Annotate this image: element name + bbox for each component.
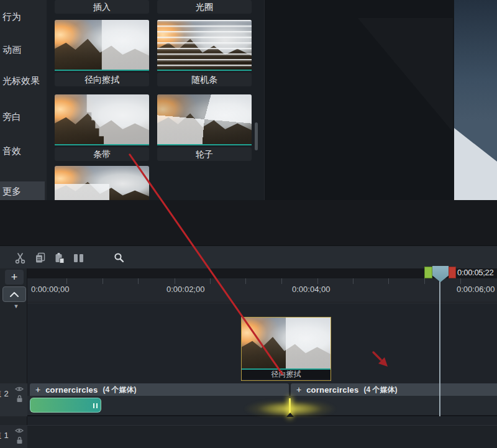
zoom-tool-button[interactable] bbox=[112, 250, 127, 265]
group-expand-plus[interactable]: + bbox=[35, 385, 40, 395]
preview-canvas[interactable] bbox=[264, 0, 497, 200]
track2-content bbox=[27, 396, 497, 416]
split-button[interactable] bbox=[71, 250, 86, 265]
ruler-tick bbox=[281, 278, 282, 284]
magnifier-icon bbox=[114, 252, 125, 263]
transition-card-iris[interactable]: 光圈 bbox=[157, 0, 252, 14]
red-arrowhead-icon bbox=[369, 348, 394, 370]
ruler-tick bbox=[138, 278, 139, 284]
group-name: cornercircles bbox=[45, 385, 98, 395]
add-track-button[interactable]: + bbox=[5, 270, 24, 285]
ruler-tick bbox=[388, 278, 389, 284]
time-ruler[interactable]: 0:00:00;00 0:00:02;00 0:00:04;00 0:00:06… bbox=[27, 278, 497, 303]
paste-icon bbox=[54, 252, 65, 263]
ruler-label-4s: 0:00:04;00 bbox=[292, 285, 330, 294]
strips-preview bbox=[55, 94, 149, 144]
sidebar-item-voice-narration[interactable]: 旁白 bbox=[0, 109, 47, 124]
wheel-preview bbox=[157, 94, 252, 144]
track2-label: 道 2 bbox=[0, 388, 10, 400]
collapse-tracks-button[interactable] bbox=[2, 286, 26, 302]
effects-sidebar: 行为 动画 光标效果 旁白 音效 更多 bbox=[0, 0, 47, 201]
ruler-tick bbox=[175, 278, 175, 284]
dragged-transition-clip[interactable]: 径向擦拭 bbox=[241, 317, 331, 381]
transition-thumb-strips[interactable] bbox=[55, 94, 149, 145]
radial-wipe-preview bbox=[55, 20, 149, 70]
lock-icon bbox=[16, 436, 23, 444]
eye-icon bbox=[15, 386, 24, 392]
track2-lock-toggle[interactable] bbox=[16, 395, 23, 403]
media-group-1[interactable]: + cornercircles (4 个媒体) bbox=[30, 383, 289, 396]
ruler-tick bbox=[460, 278, 461, 284]
clip-handle-marks-icon bbox=[93, 403, 98, 408]
group-media-count: (4 个媒体) bbox=[363, 385, 397, 395]
transition-thumb-partial[interactable] bbox=[55, 166, 149, 201]
ghost-clip-label: 径向擦拭 bbox=[242, 370, 331, 379]
eye-icon bbox=[15, 427, 24, 434]
lock-icon bbox=[16, 395, 23, 403]
ruler-tick bbox=[66, 278, 67, 284]
track1-lock-toggle[interactable] bbox=[16, 436, 23, 444]
inset-preview bbox=[55, 166, 149, 201]
ruler-label-0s: 0:00:00;00 bbox=[31, 285, 69, 294]
ruler-label-2s: 0:00:02;00 bbox=[166, 285, 204, 294]
expand-tracks-button[interactable]: ▼ bbox=[12, 303, 20, 309]
timeline-clip-green[interactable] bbox=[30, 398, 101, 413]
copy-button[interactable] bbox=[33, 250, 48, 265]
transition-card-radial-wipe[interactable]: 径向擦拭 bbox=[55, 73, 149, 86]
group-media-count: (4 个媒体) bbox=[103, 385, 136, 395]
group-expand-plus[interactable]: + bbox=[296, 385, 301, 395]
ruler-tick bbox=[317, 278, 318, 284]
ruler-tick bbox=[103, 278, 103, 284]
ruler-tick bbox=[424, 278, 425, 284]
canvas-shape-white-triangle bbox=[454, 0, 497, 200]
ruler-tick bbox=[245, 278, 246, 284]
track1-visibility-toggle[interactable] bbox=[15, 427, 24, 434]
random-bars-preview bbox=[157, 20, 252, 70]
ruler-tick bbox=[210, 278, 211, 284]
track-gutter: + ▼ 道 2 道 1 bbox=[0, 268, 27, 448]
playhead-stem[interactable] bbox=[439, 281, 440, 416]
playhead-in-handle[interactable] bbox=[424, 267, 432, 278]
track2-visibility-toggle[interactable] bbox=[15, 386, 24, 392]
ruler-tick bbox=[353, 278, 353, 284]
canvas-shape-blue bbox=[454, 0, 497, 200]
current-time-readout: 0:00:05;22 bbox=[457, 268, 497, 277]
track1-header: 道 1 bbox=[0, 425, 27, 448]
panel-scrollbar[interactable] bbox=[255, 122, 258, 150]
track1-content bbox=[27, 425, 497, 448]
playhead-out-handle[interactable] bbox=[449, 267, 456, 278]
transition-card-wheel[interactable]: 轮子 bbox=[157, 147, 252, 161]
ghost-thumb bbox=[242, 318, 331, 370]
transition-thumb-random-bars[interactable] bbox=[157, 20, 252, 71]
sidebar-item-animations[interactable]: 动画 bbox=[0, 42, 47, 57]
track1-label: 道 1 bbox=[0, 430, 10, 441]
scissors-icon bbox=[14, 252, 26, 264]
paste-button[interactable] bbox=[52, 250, 67, 265]
transition-card-random-bars[interactable]: 随机条 bbox=[157, 73, 252, 86]
cut-button[interactable] bbox=[12, 250, 27, 265]
copy-icon bbox=[35, 252, 46, 263]
media-group-2[interactable]: + cornercircles (4 个媒体) bbox=[291, 383, 497, 396]
sidebar-item-cursor-effects[interactable]: 光标效果 bbox=[0, 73, 47, 88]
chevron-up-icon bbox=[10, 292, 19, 297]
sidebar-item-audio-effects[interactable]: 音效 bbox=[0, 144, 47, 158]
sidebar-item-behaviors[interactable]: 行为 bbox=[0, 9, 47, 24]
timeline-toolbar: – + bbox=[0, 245, 497, 268]
sidebar-item-more[interactable]: 更多 bbox=[0, 181, 45, 201]
transition-thumb-radial-wipe[interactable] bbox=[55, 20, 149, 71]
video-editor-window: 行为 动画 光标效果 旁白 音效 更多 插入 光圈 径向擦拭 随机条 条带 轮子 bbox=[0, 0, 497, 448]
transition-card-insert[interactable]: 插入 bbox=[55, 0, 149, 14]
ruler-label-6s: 0:00:06;00 bbox=[457, 285, 497, 294]
track2-header: 道 2 bbox=[0, 383, 27, 416]
playback-bar bbox=[0, 200, 497, 245]
split-icon bbox=[73, 253, 84, 263]
transition-card-strips[interactable]: 条带 bbox=[55, 147, 149, 161]
transition-thumb-wheel[interactable] bbox=[157, 94, 252, 145]
transitions-panel: 插入 光圈 径向擦拭 随机条 条带 轮子 bbox=[47, 0, 264, 201]
annotation-arrow bbox=[369, 348, 394, 370]
group-name: cornercircles bbox=[306, 385, 358, 395]
radial-wipe-preview bbox=[242, 318, 331, 368]
